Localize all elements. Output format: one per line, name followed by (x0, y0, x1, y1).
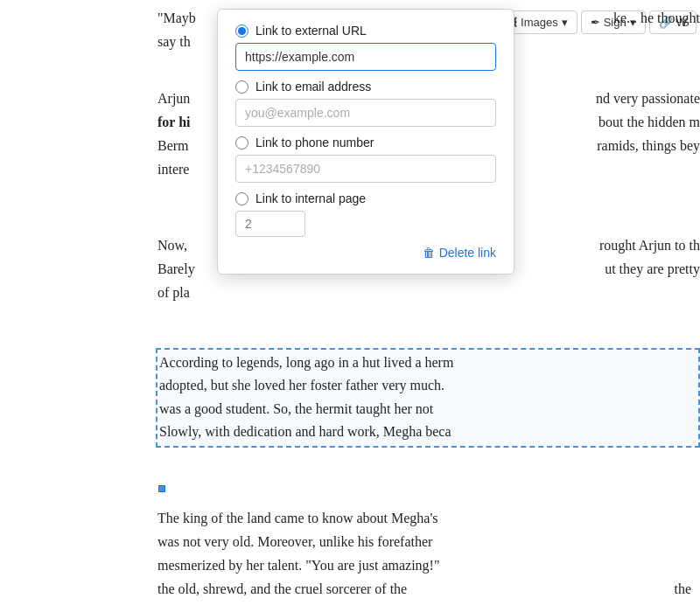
label-internal-page[interactable]: Link to internal page (256, 191, 366, 205)
para3-l3: of pla (0, 282, 700, 304)
radio-internal-page[interactable] (235, 192, 248, 205)
email-input[interactable] (235, 99, 496, 127)
delete-link-row: 🗑 Delete link (235, 246, 496, 260)
para5-l4: the old, shrewd, and the cruel sorcerer … (0, 578, 700, 601)
link-option-phone: Link to phone number (235, 136, 496, 183)
para5-l2: was not very old. Moreover, unlike his f… (0, 531, 700, 553)
selected-line1: According to legends, long ago in a hut … (158, 351, 698, 374)
radio-external-url[interactable] (235, 24, 248, 38)
delete-link-button[interactable]: 🗑 Delete link (423, 246, 496, 260)
selected-line3: was a good student. So, the hermit taugh… (158, 398, 698, 421)
label-external-url[interactable]: Link to external URL (256, 24, 367, 38)
trash-icon: 🗑 (423, 246, 435, 260)
link-option-email: Link to email address (235, 80, 496, 127)
link-popup: Link to external URL Link to email addre… (217, 9, 514, 275)
label-email[interactable]: Link to email address (256, 80, 371, 94)
phone-input[interactable] (235, 155, 496, 183)
selected-line2: adopted, but she loved her foster father… (158, 374, 698, 397)
para5-l1: The king of the land came to know about … (0, 507, 700, 530)
link-option-internal: Link to internal page (235, 191, 496, 237)
radio-email[interactable] (235, 80, 248, 94)
link-option-external: Link to external URL (235, 24, 496, 71)
radio-phone[interactable] (235, 136, 248, 150)
selection-handle (158, 485, 165, 492)
para5-l3: mesmerized by her talent. "You are just … (0, 554, 700, 577)
label-phone[interactable]: Link to phone number (256, 136, 374, 150)
url-input[interactable] (235, 43, 496, 71)
selected-line4: Slowly, with dedication and hard work, M… (158, 421, 698, 443)
page-input[interactable] (235, 211, 305, 237)
selected-block: According to legends, long ago in a hut … (156, 348, 700, 448)
